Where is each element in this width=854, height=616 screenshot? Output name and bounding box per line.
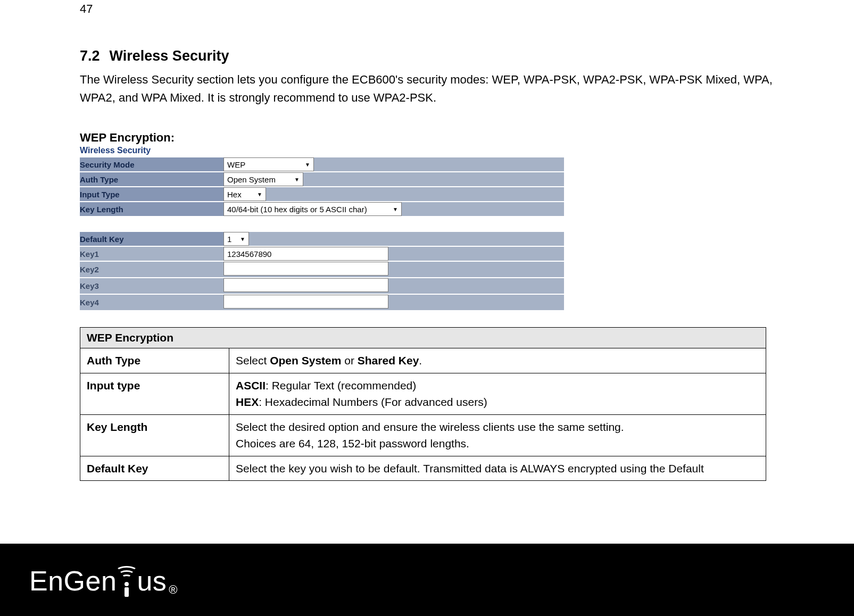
desc-row-value: Select Open System or Shared Key. bbox=[229, 348, 766, 373]
select-key-length[interactable]: 40/64-bit (10 hex digits or 5 ASCII char… bbox=[223, 202, 402, 216]
section-number: 7.2 bbox=[80, 48, 100, 64]
config-row: Key4 bbox=[80, 294, 564, 311]
config-label: Key4 bbox=[80, 294, 223, 311]
select-default-key[interactable]: 1▼ bbox=[223, 232, 249, 246]
wep-subheading: WEP Encryption: bbox=[80, 131, 774, 145]
config-label: Input Type bbox=[80, 187, 223, 202]
desc-row-value: Select the key you wish to be default. T… bbox=[229, 456, 766, 481]
config-row: Auth TypeOpen System▼ bbox=[80, 172, 564, 187]
select-value: 1 bbox=[227, 235, 231, 244]
brand-text-left: EnGen bbox=[29, 565, 117, 597]
brand-text-right: us bbox=[137, 565, 167, 597]
config-value-cell: Open System▼ bbox=[223, 172, 564, 187]
desc-row: Default KeySelect the key you wish to be… bbox=[80, 456, 766, 481]
desc-row-label: Key Length bbox=[80, 414, 229, 456]
page-number: 47 bbox=[80, 2, 774, 16]
section-title: Wireless Security bbox=[110, 48, 229, 64]
config-value-cell: 40/64-bit (10 hex digits or 5 ASCII char… bbox=[223, 202, 564, 217]
select-value: Hex bbox=[227, 190, 242, 199]
chevron-down-icon: ▼ bbox=[257, 192, 262, 197]
desc-row-label: Default Key bbox=[80, 456, 229, 481]
config-row: Key2 bbox=[80, 261, 564, 278]
config-value-cell bbox=[223, 261, 564, 278]
config-row: Key Length40/64-bit (10 hex digits or 5 … bbox=[80, 202, 564, 217]
chevron-down-icon: ▼ bbox=[240, 236, 245, 242]
chevron-down-icon: ▼ bbox=[393, 206, 398, 212]
desc-row-value: Select the desired option and ensure the… bbox=[229, 414, 766, 456]
config-row: Key3 bbox=[80, 278, 564, 294]
config-row: Default Key1▼ bbox=[80, 232, 564, 246]
input-key4[interactable] bbox=[223, 295, 388, 309]
config-gap bbox=[80, 217, 774, 232]
config-value-cell: WEP▼ bbox=[223, 157, 564, 172]
desc-row: Auth TypeSelect Open System or Shared Ke… bbox=[80, 348, 766, 373]
config-value-cell: Hex▼ bbox=[223, 187, 564, 202]
select-value: Open System bbox=[227, 175, 276, 184]
section-heading: 7.2Wireless Security bbox=[80, 48, 774, 64]
desc-row: Input typeASCII: Regular Text (recommend… bbox=[80, 373, 766, 414]
footer-bar: EnGen us ® bbox=[0, 544, 854, 616]
registered-mark: ® bbox=[169, 583, 178, 597]
desc-row-label: Auth Type bbox=[80, 348, 229, 373]
config-value-cell bbox=[223, 278, 564, 294]
desc-row-label: Input type bbox=[80, 373, 229, 414]
config-label: Key2 bbox=[80, 261, 223, 278]
content-area: 47 7.2Wireless Security The Wireless Sec… bbox=[0, 2, 854, 481]
desc-table-header: WEP Encryption bbox=[80, 328, 766, 348]
input-key2[interactable] bbox=[223, 262, 388, 276]
panel-title: Wireless Security bbox=[80, 146, 774, 155]
chevron-down-icon: ▼ bbox=[294, 177, 300, 182]
config-row: Key11234567890 bbox=[80, 246, 564, 261]
desc-row: Key LengthSelect the desired option and … bbox=[80, 414, 766, 456]
input-key3[interactable] bbox=[223, 278, 388, 292]
select-value: 40/64-bit (10 hex digits or 5 ASCII char… bbox=[227, 205, 367, 214]
select-value: WEP bbox=[227, 160, 245, 169]
config-value-cell bbox=[223, 294, 564, 311]
config-panel-keys: Default Key1▼Key11234567890Key2Key3Key4 bbox=[80, 232, 564, 311]
config-row: Input TypeHex▼ bbox=[80, 187, 564, 202]
config-label: Key Length bbox=[80, 202, 223, 217]
chevron-down-icon: ▼ bbox=[305, 162, 310, 168]
select-auth-type[interactable]: Open System▼ bbox=[223, 172, 303, 186]
description-table: WEP Encryption Auth TypeSelect Open Syst… bbox=[80, 327, 766, 481]
select-security-mode[interactable]: WEP▼ bbox=[223, 157, 314, 171]
config-label: Default Key bbox=[80, 232, 223, 246]
config-label: Security Mode bbox=[80, 157, 223, 172]
select-input-type[interactable]: Hex▼ bbox=[223, 187, 266, 201]
config-value-cell: 1234567890 bbox=[223, 246, 564, 261]
page: 47 7.2Wireless Security The Wireless Sec… bbox=[0, 2, 854, 616]
wifi-icon bbox=[117, 582, 137, 597]
config-panel: Security ModeWEP▼Auth TypeOpen System▼In… bbox=[80, 157, 564, 217]
config-value-cell: 1▼ bbox=[223, 232, 564, 246]
input-key1[interactable]: 1234567890 bbox=[223, 247, 388, 261]
brand-logo: EnGen us ® bbox=[29, 565, 178, 597]
config-label: Key3 bbox=[80, 278, 223, 294]
desc-row-value: ASCII: Regular Text (recommended)HEX: He… bbox=[229, 373, 766, 414]
config-label: Key1 bbox=[80, 246, 223, 261]
intro-paragraph: The Wireless Security section lets you c… bbox=[80, 71, 774, 107]
config-row: Security ModeWEP▼ bbox=[80, 157, 564, 172]
config-label: Auth Type bbox=[80, 172, 223, 187]
